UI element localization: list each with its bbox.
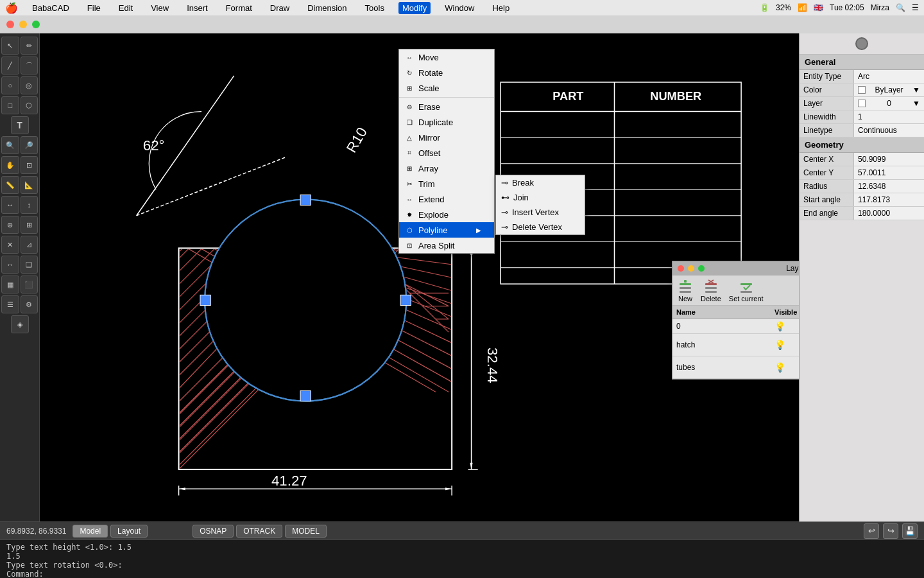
layer-row-hatch[interactable]: hatch 💡 No ACI Color... xyxy=(672,334,799,356)
toolbar-btn-pencil[interactable]: ✏ xyxy=(21,37,38,55)
svg-rect-81 xyxy=(680,287,691,289)
menu-view[interactable]: View xyxy=(147,2,173,14)
layout-tab[interactable]: Layout xyxy=(110,525,148,538)
layer-row-0[interactable]: 0 💡 No White xyxy=(672,319,799,334)
toolbar-btn-rect[interactable]: □ xyxy=(1,96,19,114)
menu-rotate[interactable]: ↻ Rotate xyxy=(399,65,494,80)
menu-insert[interactable]: Insert xyxy=(183,2,212,14)
toolbar-btn-line[interactable]: ╱ xyxy=(1,57,19,74)
menu-array[interactable]: ⊞ Array xyxy=(399,161,494,176)
toolbar-btn-hatch[interactable]: ▦ xyxy=(1,276,19,293)
layers-delete-btn[interactable]: Delete xyxy=(701,278,721,302)
maximize-button[interactable] xyxy=(32,21,40,28)
toolbar-btn-ellipse[interactable]: ◎ xyxy=(21,76,38,94)
toolbar-btn-move[interactable]: ↔ xyxy=(1,256,19,274)
menu-area-split[interactable]: ⊡ Area Split xyxy=(399,238,494,253)
apple-menu[interactable]: 🍎 xyxy=(5,2,18,14)
menu-help[interactable]: Help xyxy=(488,2,513,14)
toolbar-btn-mirror[interactable]: ⊿ xyxy=(21,236,38,254)
svg-rect-89 xyxy=(740,291,752,293)
menubar-left: 🍎 BabaCAD File Edit View Insert Format D… xyxy=(5,2,513,14)
toolbar-btn-prop[interactable]: ⚙ xyxy=(21,295,38,313)
delete-vertex-icon: ⊸ xyxy=(501,222,508,232)
entity-type-value: Arc xyxy=(854,70,924,83)
app-name[interactable]: BabaCAD xyxy=(28,2,73,14)
menu-duplicate[interactable]: ❑ Duplicate xyxy=(399,114,494,130)
toolbar-btn-pan[interactable]: ✋ xyxy=(1,156,19,174)
menu-mirror[interactable]: △ Mirror xyxy=(399,130,494,145)
submenu-break[interactable]: ⊸ Break xyxy=(496,175,585,190)
bulb-icon-tubes: 💡 xyxy=(774,362,785,372)
toolbar-btn-zoom-window[interactable]: ⊡ xyxy=(21,156,38,174)
layers-new-btn[interactable]: New xyxy=(678,278,693,302)
toolbar-btn-layer[interactable]: ☰ xyxy=(1,295,19,313)
menu-trim[interactable]: ✂ Trim xyxy=(399,176,494,191)
toolbar-btn-arc[interactable]: ⌒ xyxy=(21,57,38,74)
menu-scale[interactable]: ⊞ Scale xyxy=(399,80,494,96)
minimize-button[interactable] xyxy=(19,21,27,28)
menu-file[interactable]: File xyxy=(83,2,105,14)
toolbar-btn-text[interactable]: T xyxy=(11,116,29,134)
save-btn[interactable]: 💾 xyxy=(902,523,918,539)
menu-erase[interactable]: ⊖ Erase xyxy=(399,99,494,114)
toolbar-btn-poly[interactable]: ⬡ xyxy=(21,96,38,114)
toolbar-btn-circle[interactable]: ○ xyxy=(1,76,19,94)
layer-row-tubes[interactable]: tubes 💡 No ACI Color... xyxy=(672,356,799,379)
command-area: Type text height <1.0>: 1.5 1.5 Type tex… xyxy=(0,539,924,578)
prop-end-angle: End angle 180.0000 xyxy=(800,207,924,220)
layers-setcurrent-btn[interactable]: Set current xyxy=(729,278,764,302)
menu-edit[interactable]: Edit xyxy=(115,2,137,14)
toolbar-btn-block[interactable]: ⬛ xyxy=(21,276,38,293)
undo-btn[interactable]: ↩ xyxy=(864,523,879,539)
toolbar-btn-zoom-in[interactable]: 🔍 xyxy=(1,136,19,154)
redo-btn[interactable]: ↪ xyxy=(883,523,898,539)
toolbar-btn-extra1[interactable]: ◈ xyxy=(11,315,29,333)
model-btn[interactable]: MODEL xyxy=(285,525,327,538)
toolbar-btn-cursor[interactable]: ↖ xyxy=(1,37,19,55)
toolbar-btn-snap[interactable]: ⊕ xyxy=(1,216,19,234)
controls-icon[interactable]: ☰ xyxy=(912,3,919,12)
close-button[interactable] xyxy=(6,21,14,28)
menu-draw[interactable]: Draw xyxy=(266,2,293,14)
toolbar-btn-erase[interactable]: ✕ xyxy=(1,236,19,254)
menu-offset[interactable]: ⌗ Offset xyxy=(399,145,494,161)
toolbar-btn-measure[interactable]: 📐 xyxy=(21,176,38,194)
radius-label: Radius xyxy=(800,180,854,193)
toolbar-btn-grid[interactable]: ⊞ xyxy=(21,216,38,234)
menu-explode[interactable]: ✸ Explode xyxy=(399,207,494,222)
submenu-join[interactable]: ⊷ Join xyxy=(496,190,585,205)
menu-dimension[interactable]: Dimension xyxy=(304,2,350,14)
toolbar-btn-zoom-out[interactable]: 🔎 xyxy=(21,136,38,154)
color-value[interactable]: ByLayer ▼ xyxy=(854,83,924,96)
new-layer-icon xyxy=(678,278,693,293)
menu-polyline[interactable]: ⬡ Polyline ▶ xyxy=(399,222,494,238)
search-icon[interactable]: 🔍 xyxy=(896,3,905,12)
layers-maximize[interactable] xyxy=(698,265,705,272)
osnap-btn[interactable]: OSNAP xyxy=(193,525,234,538)
menu-tools[interactable]: Tools xyxy=(361,2,388,14)
menu-offset-label: Offset xyxy=(418,148,440,158)
submenu-insert-vertex[interactable]: ⊸ Insert Vertex xyxy=(496,205,585,220)
toolbar-btn-dim-v[interactable]: ↕ xyxy=(21,196,38,214)
menu-extend[interactable]: ↔ Extend xyxy=(399,191,494,207)
submenu-break-label: Break xyxy=(512,178,534,188)
menu-move[interactable]: ↔ Move xyxy=(399,49,494,65)
toolbar-btn-dim-h[interactable]: ↔ xyxy=(1,196,19,214)
menu-extend-label: Extend xyxy=(418,195,444,204)
toolbar-btn-copy[interactable]: ❑ xyxy=(21,256,38,274)
submenu-delete-vertex[interactable]: ⊸ Delete Vertex xyxy=(496,220,585,234)
menu-window[interactable]: Window xyxy=(441,2,478,14)
layer-value[interactable]: 0 ▼ xyxy=(854,97,924,110)
toolbar-btn-ruler[interactable]: 📏 xyxy=(1,176,19,194)
break-icon: ⊸ xyxy=(501,178,508,188)
layers-close[interactable] xyxy=(678,265,684,272)
menu-format[interactable]: Format xyxy=(222,2,256,14)
menu-modify[interactable]: Modify xyxy=(398,2,431,14)
layers-minimize[interactable] xyxy=(688,265,694,272)
scroll-indicator[interactable] xyxy=(855,37,868,50)
model-tab[interactable]: Model xyxy=(73,525,108,538)
otrack-btn[interactable]: OTRACK xyxy=(236,525,282,538)
radius-value: 12.6348 xyxy=(854,180,924,193)
rotate-icon: ↻ xyxy=(404,67,415,78)
canvas-area[interactable]: PART NUMBER 62° R10 xyxy=(40,33,799,521)
